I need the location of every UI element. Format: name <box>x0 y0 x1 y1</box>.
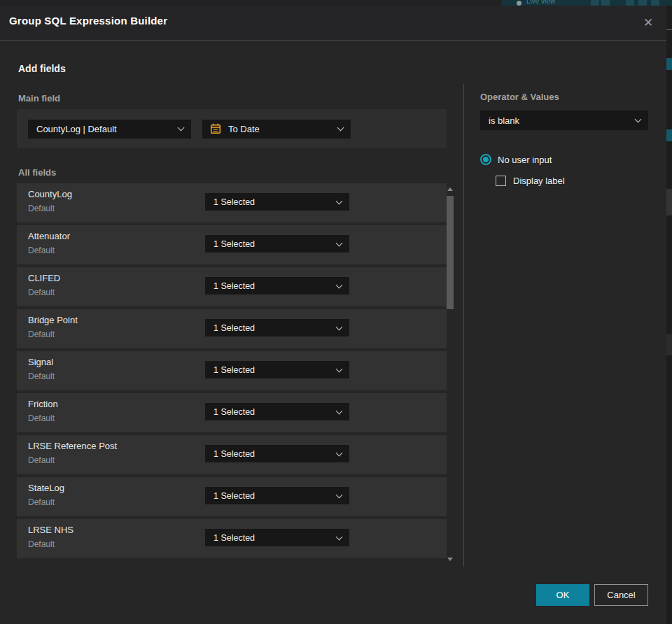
field-row: CountyLog Default 1 Selected <box>17 183 447 222</box>
radio-icon <box>480 154 491 165</box>
field-name: StateLog <box>28 483 64 493</box>
field-subtitle: Default <box>28 371 55 381</box>
main-field-type-select[interactable]: To Date <box>202 120 351 139</box>
chevron-down-icon <box>336 407 343 414</box>
field-row: Signal Default 1 Selected <box>17 351 447 390</box>
field-selected-value: 1 Selected <box>205 449 255 459</box>
background-top-strip: Live view <box>0 0 672 6</box>
fields-list-scrollbar <box>445 183 456 561</box>
toolbar-button-icon <box>651 0 659 6</box>
chevron-down-icon <box>336 365 343 372</box>
operator-value: is blank <box>480 115 519 126</box>
group-sql-expression-builder-dialog: Group SQL Expression Builder ✕ Add field… <box>0 6 666 624</box>
field-subtitle: Default <box>28 413 55 423</box>
field-subtitle: Default <box>28 288 55 297</box>
chevron-down-icon <box>337 125 344 132</box>
field-selected-value: 1 Selected <box>205 197 255 207</box>
field-row: Attenuator Default 1 Selected <box>17 225 447 264</box>
field-row: StateLog Default 1 Selected <box>17 477 447 516</box>
background-right-strip <box>666 6 672 624</box>
field-name: Friction <box>28 399 58 409</box>
ok-button[interactable]: OK <box>536 584 589 606</box>
dialog-title: Group SQL Expression Builder <box>9 15 167 27</box>
dialog-header: Group SQL Expression Builder ✕ <box>0 6 666 40</box>
field-row: Bridge Point Default 1 Selected <box>17 309 447 348</box>
field-selected-dropdown[interactable]: 1 Selected <box>205 529 349 546</box>
field-name: Bridge Point <box>28 315 78 325</box>
chevron-down-icon <box>336 491 343 498</box>
field-selected-value: 1 Selected <box>205 281 255 291</box>
field-selected-value: 1 Selected <box>205 239 255 249</box>
field-selected-dropdown[interactable]: 1 Selected <box>205 235 349 253</box>
chevron-down-icon <box>336 533 343 540</box>
field-name: CountyLog <box>28 189 72 199</box>
field-selected-dropdown[interactable]: 1 Selected <box>205 403 349 420</box>
field-selected-dropdown[interactable]: 1 Selected <box>205 193 349 211</box>
chevron-down-icon <box>178 125 185 132</box>
field-subtitle: Default <box>28 539 55 549</box>
field-selected-value: 1 Selected <box>205 365 255 375</box>
field-row: LRSE NHS Default 1 Selected <box>17 519 447 558</box>
scrollbar-thumb[interactable] <box>447 196 454 309</box>
toolbar-button-icon <box>626 0 634 6</box>
scrollbar-down-icon[interactable] <box>447 558 453 561</box>
field-subtitle: Default <box>28 497 55 507</box>
no-user-input-label: No user input <box>498 155 552 165</box>
main-field-type-value: To Date <box>221 124 260 134</box>
chevron-down-icon <box>336 323 343 330</box>
close-icon[interactable]: ✕ <box>638 13 658 32</box>
field-name: LRSE Reference Post <box>28 441 117 451</box>
field-selected-value: 1 Selected <box>205 407 255 417</box>
field-name: Signal <box>28 357 53 367</box>
panel-divider <box>463 84 464 567</box>
field-name: LRSE NHS <box>28 525 74 535</box>
field-name: Attenuator <box>28 231 70 241</box>
field-selected-dropdown[interactable]: 1 Selected <box>205 487 349 504</box>
field-row: LRSE Reference Post Default 1 Selected <box>17 435 447 474</box>
background-accent-block <box>666 58 672 70</box>
display-label-label: Display label <box>513 176 565 186</box>
main-field-source-value: CountyLog | Default <box>28 124 117 134</box>
live-view-panel: Live view <box>501 0 672 6</box>
header-separator <box>0 40 666 41</box>
toolbar-button-icon <box>638 0 647 6</box>
chevron-down-icon <box>336 197 343 204</box>
calendar-icon <box>210 123 221 134</box>
no-user-input-radio[interactable]: No user input <box>480 154 552 165</box>
chevron-down-icon <box>635 116 642 123</box>
toolbar-button-icon <box>591 0 599 6</box>
main-field-label: Main field <box>18 93 60 104</box>
all-fields-label: All fields <box>18 167 56 178</box>
field-selected-dropdown[interactable]: 1 Selected <box>205 319 349 336</box>
scrollbar-up-icon[interactable] <box>447 187 453 191</box>
display-label-checkbox[interactable]: Display label <box>496 176 565 186</box>
background-block <box>666 334 672 355</box>
toolbar-button-icon <box>601 0 610 6</box>
field-selected-value: 1 Selected <box>205 323 255 333</box>
field-selected-dropdown[interactable]: 1 Selected <box>205 361 349 378</box>
background-divider <box>666 29 672 30</box>
field-row: Friction Default 1 Selected <box>17 393 447 432</box>
all-fields-list: CountyLog Default 1 Selected Attenuator … <box>17 183 447 561</box>
field-subtitle: Default <box>28 204 55 213</box>
chevron-down-icon <box>336 449 343 456</box>
main-field-source-select[interactable]: CountyLog | Default <box>28 120 191 139</box>
checkbox-icon <box>496 176 506 186</box>
chevron-down-icon <box>336 239 343 246</box>
field-name: CLIFED <box>28 273 60 283</box>
background-accent-block <box>666 129 672 141</box>
main-field-box: CountyLog | Default To Date <box>17 109 447 148</box>
field-subtitle: Default <box>28 329 55 339</box>
live-view-label: Live view <box>526 0 555 5</box>
field-selected-dropdown[interactable]: 1 Selected <box>205 277 349 295</box>
field-selected-dropdown[interactable]: 1 Selected <box>205 445 349 462</box>
background-block <box>666 189 672 215</box>
live-view-dot-icon <box>517 1 522 6</box>
field-subtitle: Default <box>28 246 55 255</box>
chevron-down-icon <box>336 281 343 288</box>
cancel-button[interactable]: Cancel <box>594 584 648 606</box>
add-fields-heading: Add fields <box>18 63 66 74</box>
operator-values-label: Operator & Values <box>480 92 559 102</box>
field-selected-value: 1 Selected <box>205 491 255 501</box>
operator-select[interactable]: is blank <box>480 111 648 130</box>
